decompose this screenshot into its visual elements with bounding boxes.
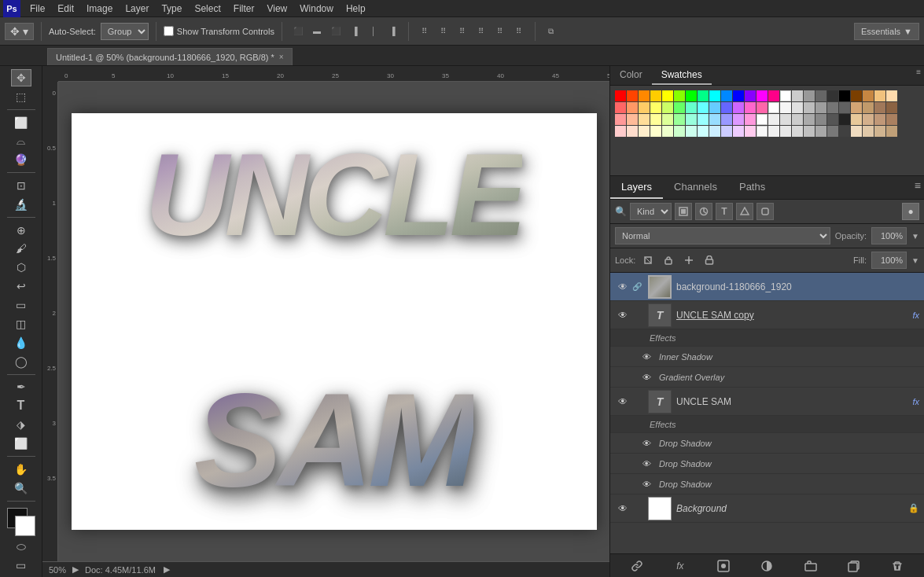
- swatch[interactable]: [662, 90, 673, 101]
- layer-item-bg1180[interactable]: 👁 🔗 background-1180666_1920: [610, 273, 924, 301]
- swatch[interactable]: [815, 114, 826, 125]
- swatch[interactable]: [757, 114, 768, 125]
- effect-item-drop-shadow-1[interactable]: 👁 Drop Shadow: [610, 433, 924, 454]
- swatch[interactable]: [686, 114, 697, 125]
- swatch[interactable]: [733, 102, 744, 113]
- screen-mode-btn[interactable]: ▭: [11, 557, 31, 574]
- swatch[interactable]: [733, 114, 744, 125]
- swatch[interactable]: [686, 102, 697, 113]
- swatch[interactable]: [709, 114, 720, 125]
- clone-tool[interactable]: ⬡: [11, 259, 31, 276]
- swatch[interactable]: [863, 102, 874, 113]
- swatch[interactable]: [721, 126, 732, 137]
- type-tool[interactable]: T: [11, 397, 31, 414]
- swatch[interactable]: [662, 102, 673, 113]
- swatch[interactable]: [721, 114, 732, 125]
- swatch[interactable]: [874, 102, 885, 113]
- swatch[interactable]: [839, 102, 850, 113]
- swatch[interactable]: [709, 102, 720, 113]
- quick-select-tool[interactable]: 🔮: [11, 151, 31, 168]
- swatch[interactable]: [698, 90, 709, 101]
- add-mask-btn[interactable]: [714, 557, 733, 575]
- align-left-icon[interactable]: ▐: [346, 23, 363, 40]
- arrange-icon[interactable]: ⧉: [543, 23, 560, 40]
- swatch[interactable]: [792, 114, 803, 125]
- blend-mode-select[interactable]: Normal Multiply Screen Overlay: [615, 227, 830, 244]
- menu-window[interactable]: Window: [293, 2, 340, 16]
- add-adjustment-btn[interactable]: [757, 557, 776, 575]
- swatch[interactable]: [650, 90, 661, 101]
- link-layers-btn[interactable]: [628, 557, 646, 575]
- swatch[interactable]: [863, 114, 874, 125]
- swatch[interactable]: [851, 114, 862, 125]
- swatch[interactable]: [709, 126, 720, 137]
- zoom-tool[interactable]: 🔍: [11, 480, 31, 497]
- swatch[interactable]: [650, 102, 661, 113]
- menu-select[interactable]: Select: [188, 2, 226, 16]
- show-transform-checkbox[interactable]: Show Transform Controls: [164, 26, 274, 36]
- swatch[interactable]: [851, 90, 862, 101]
- swatch[interactable]: [768, 114, 779, 125]
- tab-color[interactable]: Color: [610, 66, 652, 85]
- swatch[interactable]: [874, 114, 885, 125]
- swatch[interactable]: [627, 90, 638, 101]
- layer-eye-background[interactable]: 👁: [615, 501, 631, 516]
- effect-item-inner-shadow[interactable]: 👁 Inner Shadow: [610, 347, 924, 367]
- swatch[interactable]: [768, 90, 779, 101]
- menu-filter[interactable]: Filter: [227, 2, 261, 16]
- swatch[interactable]: [615, 126, 626, 137]
- swatch[interactable]: [615, 102, 626, 113]
- swatch[interactable]: [662, 114, 673, 125]
- effect-eye-gradient-overlay[interactable]: 👁: [639, 369, 654, 385]
- tab-close-btn[interactable]: ×: [279, 53, 284, 61]
- layer-eye-uncle-copy[interactable]: 👁: [615, 307, 631, 323]
- swatch[interactable]: [792, 102, 803, 113]
- swatch[interactable]: [721, 90, 732, 101]
- swatch[interactable]: [627, 126, 638, 137]
- swatch[interactable]: [839, 126, 850, 137]
- background-color[interactable]: [15, 516, 35, 536]
- hand-tool[interactable]: ✋: [11, 461, 31, 478]
- filter-shape-icon[interactable]: [736, 203, 753, 220]
- swatch[interactable]: [615, 114, 626, 125]
- layer-item-uncle-sam[interactable]: 👁 T UNCLE SAM fx: [610, 388, 924, 416]
- swatch[interactable]: [827, 126, 838, 137]
- swatch[interactable]: [639, 102, 650, 113]
- layer-item-background[interactable]: 👁 Background 🔒: [610, 494, 924, 523]
- layer-item-uncle-copy[interactable]: 👁 T UNCLE SAM copy fx: [610, 301, 924, 329]
- lock-position-btn[interactable]: [681, 252, 697, 268]
- panel-collapse-btn[interactable]: ≡: [916, 68, 921, 76]
- swatch[interactable]: [768, 102, 779, 113]
- swatch[interactable]: [792, 90, 803, 101]
- swatch[interactable]: [827, 102, 838, 113]
- lock-all-btn[interactable]: [701, 252, 717, 268]
- align-bottom-icon[interactable]: ⬛: [327, 23, 344, 40]
- effect-item-drop-shadow-2[interactable]: 👁 Drop Shadow: [610, 454, 924, 474]
- swatch[interactable]: [615, 90, 626, 101]
- swatch[interactable]: [745, 114, 756, 125]
- swatch[interactable]: [886, 114, 897, 125]
- swatch[interactable]: [780, 126, 791, 137]
- filter-pixel-icon[interactable]: [675, 203, 692, 220]
- swatch[interactable]: [804, 126, 815, 137]
- swatch[interactable]: [709, 90, 720, 101]
- swatch[interactable]: [886, 126, 897, 137]
- swatch[interactable]: [650, 126, 661, 137]
- swatch[interactable]: [627, 102, 638, 113]
- layers-menu-btn[interactable]: ≡: [915, 179, 921, 192]
- dist-vc-icon[interactable]: ⠿: [435, 23, 452, 40]
- swatch[interactable]: [698, 102, 709, 113]
- swatch[interactable]: [757, 90, 768, 101]
- crop-tool[interactable]: ⊡: [11, 177, 31, 194]
- quick-mask-btn[interactable]: ⬭: [11, 538, 31, 555]
- tab-layers[interactable]: Layers: [610, 176, 663, 199]
- swatch[interactable]: [686, 90, 697, 101]
- layer-link-uncle-copy[interactable]: [631, 307, 643, 323]
- dodge-tool[interactable]: ◯: [11, 353, 31, 370]
- layer-link-uncle-sam[interactable]: [631, 394, 643, 410]
- history-brush[interactable]: ↩: [11, 277, 31, 295]
- swatch[interactable]: [804, 90, 815, 101]
- dist-left-icon[interactable]: ⠿: [473, 23, 490, 40]
- swatch[interactable]: [698, 114, 709, 125]
- swatch[interactable]: [827, 90, 838, 101]
